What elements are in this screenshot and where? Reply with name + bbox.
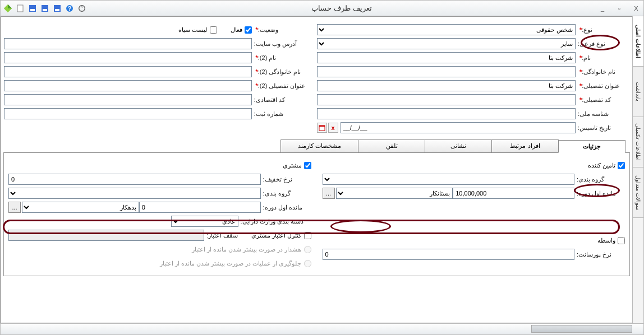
opening-side-select[interactable]: بستانکار xyxy=(336,188,453,199)
label-detailtitle2: عنوان تفصیلی (2):* xyxy=(252,82,314,90)
subtab-details[interactable]: جزئیات xyxy=(558,140,625,153)
label-commission: نرخ پورسانت: xyxy=(574,251,625,258)
label-discountrate: نرخ تخفیف: xyxy=(261,176,311,183)
taxcat-select[interactable]: عادي xyxy=(171,216,238,227)
block-radio xyxy=(304,260,311,267)
restore-icon[interactable]: ▫ xyxy=(614,3,624,13)
close-icon[interactable]: X xyxy=(631,3,641,13)
subtype-select[interactable]: سایر xyxy=(317,38,576,49)
economic-input[interactable] xyxy=(4,94,252,105)
label-founddate: تاریخ تاسیس: xyxy=(576,124,626,132)
help-icon[interactable]: ? xyxy=(65,3,75,13)
status-bar xyxy=(1,323,643,334)
ceiling-input xyxy=(8,230,204,241)
supplier-label: تامین کننده xyxy=(588,162,615,169)
label-economic: کد اقتصادی: xyxy=(252,96,314,104)
svg-rect-4 xyxy=(55,9,59,11)
vertical-tabs: اطلاعات اصلی یادداشت اطلاعات تکمیلی سوال… xyxy=(632,16,643,334)
save-next-icon[interactable] xyxy=(40,3,50,13)
svg-rect-9 xyxy=(17,5,23,12)
minimize-icon[interactable]: _ xyxy=(597,3,608,13)
window-title: تعریف طرف حساب xyxy=(89,4,594,12)
label-status: وضعیت:* xyxy=(252,26,314,34)
vtab-note[interactable]: یادداشت xyxy=(633,67,643,117)
family2-input[interactable] xyxy=(4,66,252,77)
vtab-extra-info[interactable]: اطلاعات تکمیلی xyxy=(633,117,643,168)
label-detailcode: کد تفصیلی:* xyxy=(576,96,626,104)
commission-input[interactable] xyxy=(323,249,575,260)
opening2-input[interactable] xyxy=(139,202,261,213)
titlebar: X ▫ _ تعریف طرف حساب ? xyxy=(1,1,643,16)
subtab-employee[interactable]: مشخصات کارمند xyxy=(280,139,358,152)
creditctrl-label: کنترل اعتبار مشتري xyxy=(251,232,301,239)
label-name: نام:* xyxy=(576,54,626,62)
svg-rect-6 xyxy=(43,9,47,11)
status-marker xyxy=(531,325,632,333)
subtabs: جزئیات افراد مرتبط نشانی تلفن مشخصات کار… xyxy=(3,139,630,153)
type-select[interactable]: شخص حقوقی xyxy=(317,24,576,35)
nationalid-input[interactable] xyxy=(317,108,576,119)
refresh-icon[interactable] xyxy=(77,3,87,13)
blacklist-checkbox[interactable] xyxy=(210,26,217,34)
new-icon[interactable] xyxy=(15,3,25,13)
agent-checkbox[interactable] xyxy=(618,237,625,244)
name2-input[interactable] xyxy=(4,52,252,63)
opening2-side-select[interactable]: بدهکار xyxy=(22,202,139,213)
vtab-faq[interactable]: سوالات متداول xyxy=(633,168,643,218)
active-checkbox[interactable] xyxy=(245,26,252,34)
label-nationalid: شناسه ملی: xyxy=(576,110,626,118)
subtab-related[interactable]: افراد مرتبط xyxy=(491,139,559,152)
warn-label: هشدار در صورت بیشتر شدن مانده از اعتبار xyxy=(192,246,301,253)
svg-rect-8 xyxy=(30,9,35,11)
group2-select[interactable] xyxy=(8,188,261,199)
family-input[interactable] xyxy=(317,66,576,77)
label-name2: نام (2):* xyxy=(252,54,314,62)
creditctrl-checkbox[interactable] xyxy=(304,232,311,239)
customer-label: مشتري xyxy=(283,162,302,169)
label-type: نوع:* xyxy=(576,26,626,34)
label-group: گروه بندی: xyxy=(574,176,625,183)
name-input[interactable] xyxy=(317,52,576,63)
label-subtype: نوع فرعی: xyxy=(576,40,626,48)
customer-checkbox[interactable] xyxy=(304,162,311,169)
content-panel: نوع:* شخص حقوقی نوع فرعی: سایر نام:* نام… xyxy=(1,16,632,323)
warn-radio xyxy=(304,246,311,253)
label-family2: نام خانوادگی (2):* xyxy=(252,68,314,76)
label-opening: مانده اول دوره: xyxy=(574,190,625,197)
details-panel: تامین کننده گروه بندی: مانده اول دوره: ب… xyxy=(3,153,630,276)
group-select[interactable] xyxy=(323,174,575,185)
subtab-phone[interactable]: تلفن xyxy=(358,139,425,152)
opening2-lookup-button[interactable]: ... xyxy=(8,202,21,213)
detailtitle-input[interactable] xyxy=(317,80,576,91)
svg-rect-13 xyxy=(319,125,325,127)
label-detailtitle: عنوان تفصیلی:* xyxy=(576,82,626,90)
vtab-main-info[interactable]: اطلاعات اصلی xyxy=(633,16,643,67)
subtab-address[interactable]: نشانی xyxy=(425,139,492,152)
save-icon[interactable] xyxy=(27,3,38,13)
opening-input[interactable] xyxy=(453,188,574,199)
discountrate-input[interactable] xyxy=(8,174,261,185)
date-pick-icon[interactable] xyxy=(317,123,327,133)
detailtitle2-input[interactable] xyxy=(4,80,252,91)
regno-input[interactable] xyxy=(4,108,252,119)
label-regno: شماره ثبت: xyxy=(252,110,314,118)
date-clear-icon[interactable]: x xyxy=(328,123,338,133)
blacklist-label: لیست سیاه xyxy=(178,26,207,34)
block-label: جلوگیری از عملیات در صورت بیشتر شدن ماند… xyxy=(160,260,302,267)
save-as-icon[interactable] xyxy=(52,3,62,13)
label-opening2: مانده اول دوره: xyxy=(261,204,311,211)
detailcode-input[interactable] xyxy=(317,94,576,105)
founddate-input[interactable] xyxy=(341,122,576,133)
agent-label: واسطه xyxy=(597,237,615,244)
label-ceiling: سقف اعتبار: xyxy=(204,232,243,239)
supplier-checkbox[interactable] xyxy=(618,162,625,169)
svg-text:?: ? xyxy=(68,5,72,12)
label-group2: گروه بندی: xyxy=(261,190,311,197)
label-taxcat: دسته بندی وزارت دارایی: xyxy=(238,218,311,225)
label-family: نام خانوادگی:* xyxy=(576,68,626,76)
opening-lookup-button[interactable]: ... xyxy=(323,188,335,199)
svg-marker-11 xyxy=(8,4,12,8)
active-label: فعال xyxy=(231,26,242,34)
website-input[interactable] xyxy=(4,38,252,49)
app-logo-icon xyxy=(3,3,13,13)
